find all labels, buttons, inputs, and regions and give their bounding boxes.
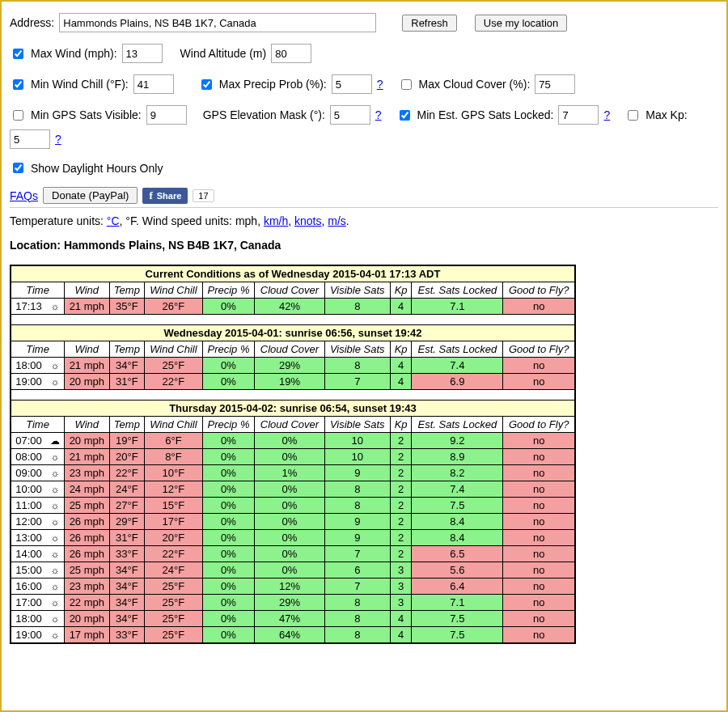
cell-cloud: 42% bbox=[255, 299, 324, 315]
cell-chill: 25°F bbox=[145, 578, 203, 595]
col-sats: Visible Sats bbox=[324, 282, 390, 299]
use-location-button[interactable]: Use my location bbox=[475, 15, 567, 32]
cell-wind: 20 mph bbox=[65, 433, 110, 449]
max-precip-checkbox[interactable] bbox=[201, 79, 212, 90]
cell-wind: 17 mph bbox=[65, 627, 110, 644]
cell-time: 17:00 bbox=[11, 595, 46, 611]
cell-wind: 26 mph bbox=[65, 514, 110, 530]
min-chill-input[interactable] bbox=[133, 74, 174, 94]
cell-kp: 3 bbox=[390, 578, 411, 595]
min-chill-checkbox[interactable] bbox=[13, 79, 23, 90]
cell-good: no bbox=[503, 546, 575, 562]
refresh-button[interactable]: Refresh bbox=[402, 15, 457, 32]
cell-cloud: 0% bbox=[255, 562, 324, 578]
cell-time: 15:00 bbox=[11, 562, 46, 578]
cell-good: no bbox=[503, 465, 575, 481]
table-row: 16:0023 mph34°F25°F0%12%736.4no bbox=[11, 578, 575, 595]
cell-sats: 8 bbox=[324, 627, 390, 644]
cell-lock: 7.1 bbox=[412, 595, 503, 611]
cell-temp: 31°F bbox=[109, 374, 145, 390]
address-input[interactable] bbox=[59, 13, 376, 32]
max-kp-checkbox[interactable] bbox=[628, 110, 638, 121]
cell-precip: 0% bbox=[202, 514, 255, 530]
cell-weather-icon bbox=[46, 514, 65, 530]
precip-help-link[interactable]: ? bbox=[377, 78, 383, 91]
units-c-link[interactable]: °C bbox=[107, 214, 120, 227]
cell-wind: 25 mph bbox=[65, 498, 110, 514]
cell-sats: 8 bbox=[324, 611, 390, 627]
max-cloud-checkbox[interactable] bbox=[401, 79, 412, 90]
col-wind: Wind bbox=[65, 417, 110, 433]
cell-weather-icon bbox=[46, 358, 65, 374]
table-row: 17:0022 mph34°F25°F0%29%837.1no bbox=[11, 595, 575, 611]
min-lock-checkbox[interactable] bbox=[400, 110, 410, 121]
gps-mask-input[interactable] bbox=[330, 105, 370, 125]
faqs-link[interactable]: FAQs bbox=[10, 189, 38, 202]
cell-kp: 4 bbox=[390, 611, 411, 627]
cell-wind: 23 mph bbox=[65, 465, 110, 481]
row-gps: Min GPS Sats Visible: GPS Elevation Mask… bbox=[10, 105, 718, 149]
cell-wind: 25 mph bbox=[65, 562, 110, 578]
cell-cloud: 47% bbox=[255, 611, 324, 627]
min-lock-help-link[interactable]: ? bbox=[603, 108, 610, 121]
units-kmh-link[interactable]: km/h bbox=[264, 214, 288, 227]
gps-mask-label: GPS Elevation Mask (°): bbox=[203, 108, 325, 121]
cell-good: no bbox=[503, 514, 575, 530]
col-good: Good to Fly? bbox=[503, 417, 575, 433]
cell-sats: 8 bbox=[324, 299, 390, 315]
cell-kp: 2 bbox=[390, 530, 411, 546]
section-title: Thursday 2015-04-02: sunrise 06:54, suns… bbox=[11, 400, 575, 417]
cell-chill: 25°F bbox=[145, 627, 203, 644]
max-wind-input[interactable] bbox=[122, 44, 163, 63]
sun-icon bbox=[51, 517, 60, 527]
cell-wind: 26 mph bbox=[65, 546, 110, 562]
wind-alt-input[interactable] bbox=[271, 44, 311, 63]
cell-cloud: 0% bbox=[255, 481, 324, 498]
max-kp-help-link[interactable]: ? bbox=[55, 133, 61, 146]
cell-lock: 7.1 bbox=[412, 299, 503, 315]
cell-cloud: 64% bbox=[255, 627, 324, 644]
cell-cloud: 0% bbox=[255, 498, 324, 514]
table-row: 07:0020 mph19°F6°F0%0%1029.2no bbox=[11, 433, 575, 449]
daylight-checkbox[interactable] bbox=[13, 163, 23, 173]
cell-weather-icon bbox=[46, 578, 65, 595]
min-sats-checkbox[interactable] bbox=[13, 110, 23, 121]
cell-time: 18:00 bbox=[11, 358, 46, 374]
cell-good: no bbox=[503, 299, 575, 315]
max-wind-checkbox[interactable] bbox=[13, 49, 23, 59]
divider bbox=[10, 207, 718, 208]
table-row: 11:0025 mph27°F15°F0%0%827.5no bbox=[11, 498, 575, 514]
row-chill-precip-cloud: Min Wind Chill (°F): Max Precip Prob (%)… bbox=[10, 74, 718, 94]
cell-weather-icon bbox=[46, 546, 65, 562]
cell-weather-icon bbox=[46, 562, 65, 578]
max-kp-input[interactable] bbox=[10, 129, 50, 149]
cell-precip: 0% bbox=[202, 498, 255, 514]
donate-button[interactable]: Donate (PayPal) bbox=[43, 187, 138, 204]
units-knots-link[interactable]: knots bbox=[294, 214, 321, 227]
col-good: Good to Fly? bbox=[503, 341, 575, 358]
cell-wind: 22 mph bbox=[65, 595, 110, 611]
cell-temp: 34°F bbox=[109, 595, 145, 611]
row-daylight: Show Daylight Hours Only bbox=[10, 160, 718, 176]
table-row: 17:1321 mph35°F26°F0%42%847.1no bbox=[11, 299, 575, 315]
page: Address: Refresh Use my location Max Win… bbox=[0, 0, 728, 712]
fb-share-button[interactable]: Share bbox=[142, 188, 188, 204]
min-sats-label: Min GPS Sats Visible: bbox=[31, 108, 142, 121]
min-lock-input[interactable] bbox=[558, 105, 599, 125]
cell-lock: 5.6 bbox=[412, 562, 503, 578]
sun-icon bbox=[51, 566, 60, 575]
gps-mask-help-link[interactable]: ? bbox=[375, 108, 382, 121]
cell-kp: 2 bbox=[390, 449, 411, 465]
cell-precip: 0% bbox=[202, 374, 255, 390]
units-ms-link[interactable]: m/s bbox=[328, 214, 346, 227]
cell-good: no bbox=[503, 611, 575, 627]
cell-precip: 0% bbox=[202, 530, 255, 546]
max-precip-input[interactable] bbox=[332, 74, 372, 94]
min-sats-input[interactable] bbox=[146, 105, 187, 125]
col-lock: Est. Sats Locked bbox=[412, 417, 503, 433]
cell-precip: 0% bbox=[202, 546, 255, 562]
max-cloud-input[interactable] bbox=[535, 74, 575, 94]
cell-kp: 4 bbox=[390, 627, 411, 644]
cell-temp: 35°F bbox=[109, 299, 145, 315]
cell-wind: 21 mph bbox=[65, 299, 110, 315]
